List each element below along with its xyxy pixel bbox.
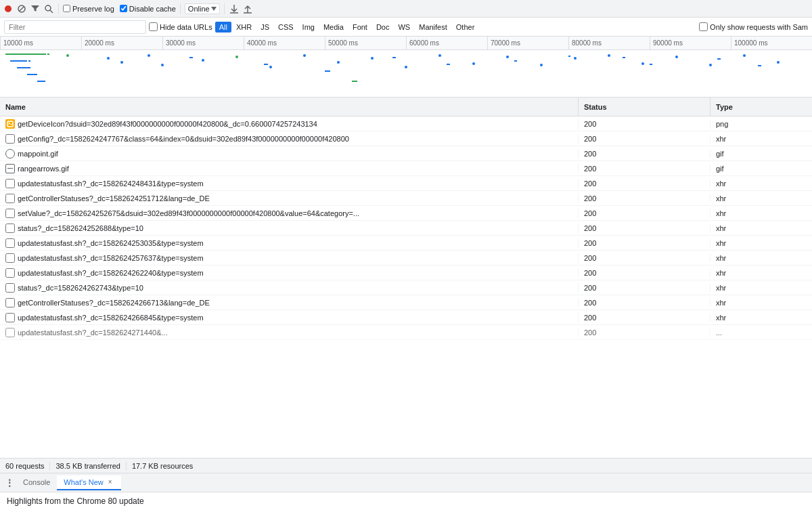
- row-status-8: 200: [579, 239, 710, 247]
- table-row[interactable]: mappoint.gif 200 gif: [0, 146, 812, 161]
- preserve-log-label[interactable]: Preserve log: [63, 5, 114, 13]
- filter-type-ws[interactable]: WS: [394, 22, 414, 33]
- hide-urls-label[interactable]: Hide data URLs: [149, 22, 212, 31]
- toolbar-divider-2: [180, 3, 181, 14]
- table-row[interactable]: getControllerStatuses?_dc=1582624266713&…: [0, 295, 812, 310]
- svg-rect-19: [447, 64, 450, 65]
- filter-type-img[interactable]: Img: [298, 22, 319, 33]
- row-checkbox[interactable]: [5, 298, 15, 307]
- tab-console[interactable]: Console: [16, 475, 57, 490]
- network-request-table[interactable]: Name Status Type getDeviceIcon?dsuid=302…: [0, 98, 812, 458]
- filter-input[interactable]: [4, 20, 146, 34]
- bottom-tabs: ⋮ Console What's New ×: [0, 473, 812, 492]
- disable-cache-checkbox[interactable]: [120, 5, 127, 12]
- filter-type-doc[interactable]: Doc: [372, 22, 394, 33]
- svg-rect-11: [17, 67, 30, 68]
- row-type-8: xhr: [710, 239, 812, 247]
- svg-point-48: [777, 61, 780, 64]
- row-status-10: 200: [579, 269, 710, 277]
- row-checkbox[interactable]: [5, 194, 15, 203]
- table-row[interactable]: updatestatusfast.sh?_dc=1582624271440&..…: [0, 325, 812, 340]
- block-icon[interactable]: [16, 3, 27, 14]
- table-row[interactable]: getConfig?_dc=1582624247767&class=64&ind…: [0, 131, 812, 146]
- waterfall-svg: [0, 50, 812, 98]
- svg-rect-22: [650, 64, 652, 65]
- table-row[interactable]: updatestatusfast.sh?_dc=1582624262240&ty…: [0, 265, 812, 280]
- only-sam-checkbox[interactable]: [699, 22, 708, 31]
- tab-whats-new[interactable]: What's New ×: [57, 475, 120, 490]
- record-button[interactable]: [3, 3, 14, 14]
- row-checkbox[interactable]: [5, 224, 15, 233]
- network-throttle-select[interactable]: Online: [185, 3, 220, 14]
- svg-rect-10: [28, 60, 30, 62]
- filter-type-xhr[interactable]: XHR: [232, 22, 256, 33]
- row-checkbox[interactable]: [5, 268, 15, 278]
- row-checkbox[interactable]: [5, 328, 15, 337]
- svg-rect-24: [758, 65, 761, 66]
- more-tabs-button[interactable]: ⋮: [3, 476, 16, 490]
- bottom-panel: ⋮ Console What's New × Highlights from t…: [0, 473, 812, 510]
- svg-point-27: [107, 57, 110, 60]
- row-type-10: xhr: [710, 269, 812, 277]
- row-checkbox[interactable]: [5, 209, 15, 218]
- tab-whats-new-close[interactable]: ×: [106, 478, 114, 486]
- row-status-3: 200: [579, 165, 710, 173]
- hide-urls-checkbox[interactable]: [149, 22, 158, 31]
- only-sam-text: Only show requests with Sam: [710, 23, 808, 31]
- th-name[interactable]: Name: [0, 98, 579, 116]
- table-row[interactable]: rangearrows.gif 200 gif: [0, 161, 812, 176]
- filter-type-other[interactable]: Other: [452, 22, 479, 33]
- svg-point-0: [5, 5, 12, 12]
- table-row[interactable]: setValue?_dc=1582624252675&dsuid=302ed89…: [0, 206, 812, 221]
- row-checkbox[interactable]: [5, 313, 15, 322]
- row-status-6: 200: [579, 209, 710, 217]
- row-checkbox[interactable]: [5, 238, 15, 248]
- row-status-4: 200: [579, 179, 710, 188]
- table-row[interactable]: status?_dc=1582624252688&type=10 200 xhr: [0, 221, 812, 236]
- svg-point-37: [405, 66, 407, 68]
- filter-type-media[interactable]: Media: [319, 22, 348, 33]
- filter-type-js[interactable]: JS: [256, 22, 273, 33]
- row-status-13: 200: [579, 314, 710, 322]
- table-row[interactable]: updatestatusfast.sh?_dc=1582624253035&ty…: [0, 236, 812, 251]
- svg-point-26: [66, 54, 69, 57]
- chevron-down-icon: [211, 7, 217, 11]
- row-checkbox[interactable]: [5, 283, 15, 293]
- timeline-tick-10: 100000 ms: [731, 37, 812, 49]
- import-har-button[interactable]: [229, 3, 240, 14]
- row-checkbox[interactable]: [5, 253, 15, 263]
- svg-rect-23: [717, 58, 721, 60]
- svg-point-45: [675, 56, 678, 58]
- row-type-14: ...: [710, 328, 812, 337]
- table-row[interactable]: updatestatusfast.sh?_dc=1582624248431&ty…: [0, 176, 812, 191]
- table-row[interactable]: getControllerStatuses?_dc=1582624251712&…: [0, 191, 812, 206]
- svg-point-32: [235, 56, 238, 58]
- th-status[interactable]: Status: [579, 98, 710, 116]
- table-row[interactable]: updatestatusfast.sh?_dc=1582624257637&ty…: [0, 251, 812, 265]
- svg-rect-7: [5, 54, 46, 55]
- only-sam-label[interactable]: Only show requests with Sam: [699, 22, 808, 31]
- filter-icon[interactable]: [30, 3, 41, 14]
- filter-type-font[interactable]: Font: [348, 22, 371, 33]
- th-type[interactable]: Type: [710, 98, 812, 116]
- toolbar-divider-1: [58, 3, 59, 14]
- row-status-7: 200: [579, 224, 710, 232]
- row-checkbox[interactable]: [5, 179, 15, 188]
- svg-point-29: [148, 54, 150, 57]
- filter-type-manifest[interactable]: Manifest: [415, 22, 451, 33]
- table-row[interactable]: status?_dc=1582624262743&type=10 200 xhr: [0, 280, 812, 295]
- preserve-log-checkbox[interactable]: [63, 5, 70, 12]
- filter-type-css[interactable]: CSS: [274, 22, 298, 33]
- row-checkbox[interactable]: [5, 134, 15, 144]
- timeline-bars-area[interactable]: [0, 50, 812, 98]
- table-row[interactable]: getDeviceIcon?dsuid=302ed89f43f000000000…: [0, 116, 812, 131]
- svg-rect-18: [392, 57, 396, 58]
- table-row[interactable]: updatestatusfast.sh?_dc=1582624266845&ty…: [0, 310, 812, 325]
- row-icon-img: [5, 119, 15, 129]
- resources-size: 17.7 KB resources: [127, 462, 199, 470]
- row-status-1: 200: [579, 135, 710, 143]
- export-har-button[interactable]: [242, 3, 253, 14]
- disable-cache-label[interactable]: Disable cache: [120, 5, 176, 13]
- filter-type-all[interactable]: All: [215, 22, 231, 33]
- search-icon[interactable]: [43, 3, 54, 14]
